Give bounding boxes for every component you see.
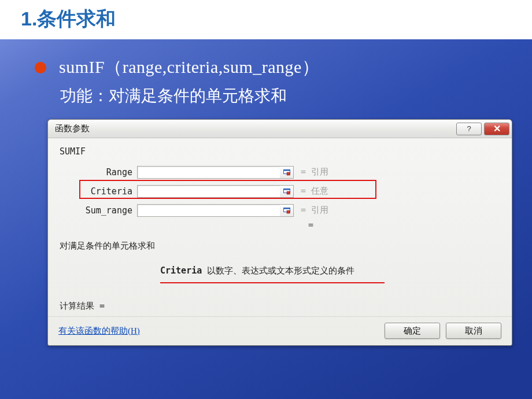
param-label-range: Range: [82, 167, 137, 178]
param-desc-label: Criteria: [160, 265, 202, 276]
param-desc-text: 以数字、表达式或文本形式定义的条件: [207, 265, 354, 276]
criteria-input[interactable]: [137, 185, 280, 198]
close-button[interactable]: ✕: [484, 123, 509, 135]
param-row-sumrange: Sum_range = 引用: [82, 201, 501, 220]
slide-heading: 1.条件求和: [21, 6, 532, 32]
collapse-icon: [283, 207, 290, 214]
range-hint: = 引用: [301, 167, 328, 178]
svg-rect-1: [283, 169, 290, 171]
param-row-criteria: Criteria = 任意: [82, 182, 501, 201]
criteria-ref-button[interactable]: [280, 185, 294, 198]
cancel-button[interactable]: 取消: [446, 323, 501, 339]
param-label-criteria: Criteria: [82, 186, 137, 197]
range-input[interactable]: [137, 166, 280, 179]
collapse-icon: [283, 188, 290, 195]
svg-rect-2: [287, 172, 290, 175]
param-row-range: Range = 引用: [82, 162, 501, 182]
code-line: sumIF（range,criteria,sum_range）: [59, 56, 319, 79]
dialog-titlebar[interactable]: 函数参数 ? ✕: [48, 120, 512, 138]
function-description: 功能：对满足条件的单元格求和: [60, 85, 532, 107]
dialog-bottom-row: 有关该函数的帮助(H) 确定 取消: [48, 317, 512, 339]
ok-button[interactable]: 确定: [385, 323, 440, 339]
parameters-grid: Range = 引用 Criteria = 任意: [82, 162, 501, 220]
function-name: SUMIF: [60, 146, 501, 157]
criteria-hint: = 任意: [301, 186, 328, 197]
svg-rect-4: [283, 189, 290, 190]
function-arguments-dialog: 函数参数 ? ✕ SUMIF Range = 引用 Criteria: [47, 119, 512, 346]
close-icon: ✕: [493, 123, 501, 134]
param-description: Criteria 以数字、表达式或文本形式定义的条件: [160, 265, 501, 276]
svg-rect-8: [287, 210, 290, 213]
help-button[interactable]: ?: [456, 123, 482, 135]
sumrange-ref-button[interactable]: [280, 204, 294, 217]
bullet-icon: [35, 62, 46, 73]
sumrange-hint: = 引用: [301, 205, 328, 216]
param-label-sumrange: Sum_range: [82, 205, 137, 216]
function-help-link[interactable]: 有关该函数的帮助(H): [58, 326, 140, 337]
collapse-icon: [283, 169, 290, 176]
calc-result-label: 计算结果 =: [60, 301, 501, 312]
dialog-title: 函数参数: [55, 123, 454, 134]
range-ref-button[interactable]: [280, 166, 294, 179]
bullet-row: sumIF（range,criteria,sum_range）: [35, 56, 532, 79]
sumrange-input[interactable]: [137, 204, 280, 217]
result-equals: =: [308, 220, 501, 232]
slide-title-area: 1.条件求和: [0, 0, 532, 39]
svg-rect-7: [283, 208, 290, 209]
slide-body: sumIF（range,criteria,sum_range） 功能：对满足条件…: [0, 39, 532, 399]
help-icon: ?: [467, 124, 471, 133]
svg-rect-5: [287, 191, 290, 194]
underline-highlight: [160, 282, 385, 283]
function-summary: 对满足条件的单元格求和: [60, 241, 501, 252]
dialog-content: SUMIF Range = 引用 Criteria: [48, 138, 512, 317]
